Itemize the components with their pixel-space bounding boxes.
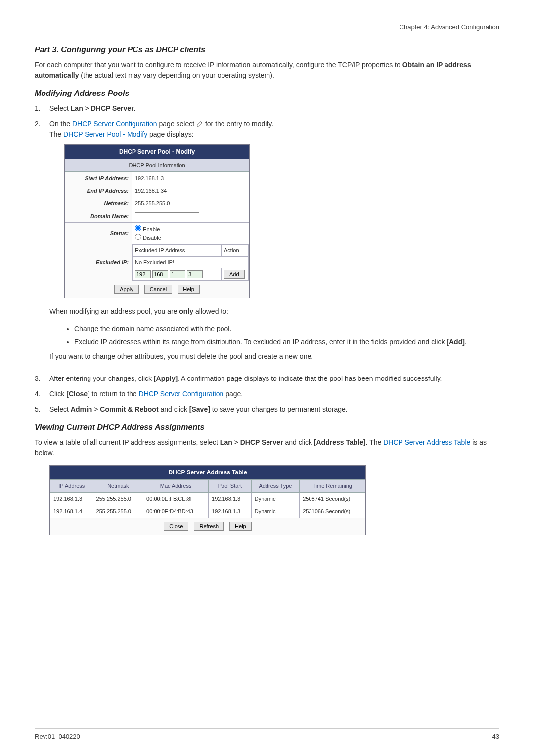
step5-a: Select	[49, 405, 71, 413]
step1-end: .	[134, 104, 136, 112]
add-cell: Add	[222, 268, 249, 281]
header-divider	[35, 20, 499, 20]
help-button[interactable]: Help	[229, 522, 252, 531]
viewing-intro: To view a table of all current IP addres…	[35, 437, 499, 458]
addr-hdr-mac: Mac Address	[143, 480, 209, 493]
addr-hdr-pool: Pool Start	[209, 480, 252, 493]
step3-a: After entering your changes, click	[49, 375, 154, 382]
step1-a: Select	[49, 104, 71, 112]
modify-table: Start IP Address: 192.168.1.3 End IP Add…	[65, 172, 249, 281]
step2-a: On the	[49, 120, 72, 128]
step-number: 5.	[35, 404, 49, 415]
step2-c: for the entry to modify.	[205, 120, 273, 128]
step-number: 3.	[35, 374, 49, 384]
step1-dhcp: DHCP Server	[91, 104, 134, 112]
addr-hdr-time: Time Remaining	[300, 480, 365, 493]
step1-gt: >	[83, 104, 91, 112]
step4-bold: [Close]	[66, 390, 89, 398]
cell-mac: 00:00:0E:D4:BD:43	[143, 505, 209, 518]
viewing-bold3: [Address Table]	[314, 438, 366, 446]
addr-hdr-netmask: Netmask	[93, 480, 143, 493]
add-button[interactable]: Add	[224, 270, 245, 279]
step4-link: DHCP Server Configuration	[139, 390, 224, 398]
status-enable-text: Enable	[143, 226, 160, 232]
domain-label: Domain Name:	[65, 210, 132, 223]
cell-ip: 192.168.1.3	[50, 492, 93, 505]
cancel-button[interactable]: Cancel	[144, 285, 172, 294]
start-ip-label: Start IP Address:	[65, 172, 132, 185]
part3-intro-b: (the actual text may vary depending on y…	[79, 71, 274, 79]
oct2-input[interactable]	[152, 270, 168, 278]
step5-gt: >	[92, 405, 100, 413]
part3-intro: For each computer that you want to confi…	[35, 60, 499, 81]
addr-table: IP Address Netmask Mac Address Pool Star…	[50, 479, 365, 518]
modify-notes-after: If you want to change other attributes, …	[49, 351, 499, 362]
cell-type: Dynamic	[251, 505, 299, 518]
table-row: 192.168.1.3 255.255.255.0 00:00:0E:FB:CE…	[50, 492, 365, 505]
chapter-header: Chapter 4: Advanced Configuration	[35, 22, 499, 32]
viewing-b: and click	[283, 438, 314, 446]
refresh-button[interactable]: Refresh	[194, 522, 224, 531]
bullet2-bold: [Add]	[446, 338, 465, 346]
step-number: 1.	[35, 103, 49, 114]
status-disable-label[interactable]: Disable	[135, 235, 161, 241]
step4-a: Click	[49, 390, 66, 398]
cell-time: 2531066 Second(s)	[300, 505, 365, 518]
step5-b: and click	[159, 405, 189, 413]
viewing-a: To view a table of all current IP addres…	[35, 438, 220, 446]
addr-panel-title: DHCP Server Address Table	[50, 466, 365, 479]
oct4-input[interactable]	[187, 270, 203, 278]
status-enable-radio[interactable]	[135, 225, 141, 231]
excluded-col2: Action	[222, 245, 249, 257]
excluded-none: No Excluded IP!	[133, 256, 249, 268]
addr-buttons: Close Refresh Help	[50, 518, 365, 535]
close-button[interactable]: Close	[164, 522, 188, 531]
excluded-cell: Excluded IP Address Action No Excluded I…	[132, 244, 249, 281]
start-ip-val: 192.168.1.3	[132, 172, 249, 185]
modify-panel: DHCP Server Pool - Modify DHCP Pool Info…	[64, 144, 250, 299]
step5-c: to save your changes to permanent storag…	[210, 405, 348, 413]
step3-b: . A confirmation page displays to indica…	[178, 375, 442, 382]
viewing-gt: >	[232, 438, 240, 446]
step3-content: After entering your changes, click [Appl…	[49, 374, 499, 384]
excluded-ip-inputs	[133, 268, 222, 281]
step2-content: On the DHCP Server Configuration page se…	[49, 119, 499, 369]
modify-notes-a: When modifying an address pool, you are	[49, 307, 179, 315]
viewing-bold2: DHCP Server	[240, 438, 283, 446]
oct3-input[interactable]	[170, 270, 185, 278]
cell-ip: 192.168.1.4	[50, 505, 93, 518]
apply-button[interactable]: Apply	[114, 285, 139, 294]
step2-d: The	[49, 130, 63, 138]
step5-bold2: Commit & Reboot	[100, 405, 158, 413]
viewing-bold1: Lan	[220, 438, 232, 446]
viewing-c: . The	[366, 438, 384, 446]
domain-input[interactable]	[135, 212, 199, 220]
step1-lan: Lan	[71, 104, 83, 112]
part3-intro-a: For each computer that you want to confi…	[35, 61, 402, 69]
status-cell: Enable Disable	[132, 223, 249, 244]
modify-notes-intro: When modifying an address pool, you are …	[49, 306, 499, 317]
step5-bold3: [Save]	[189, 405, 210, 413]
status-enable-label[interactable]: Enable	[135, 226, 160, 232]
table-row: 192.168.1.4 255.255.255.0 00:00:0E:D4:BD…	[50, 505, 365, 518]
oct1-input[interactable]	[135, 270, 151, 278]
end-ip-val: 192.168.1.34	[132, 185, 249, 197]
step-number: 2.	[35, 119, 49, 369]
addr-hdr-type: Address Type	[251, 480, 299, 493]
step4-content: Click [Close] to return to the DHCP Serv…	[49, 389, 499, 399]
pencil-icon	[196, 120, 203, 127]
netmask-label: Netmask:	[65, 197, 132, 210]
status-disable-radio[interactable]	[135, 234, 141, 240]
bullet1: Change the domain name associated with t…	[74, 324, 499, 334]
step2-b: page select	[157, 120, 196, 128]
cell-pool: 192.168.1.3	[209, 505, 252, 518]
step5-content: Select Admin > Commit & Reboot and click…	[49, 404, 499, 415]
modify-panel-title: DHCP Server Pool - Modify	[65, 145, 249, 159]
status-label: Status:	[65, 223, 132, 244]
modify-notes-bold: only	[179, 307, 193, 315]
domain-input-cell	[132, 210, 249, 223]
modify-title: Modifying Address Pools	[35, 88, 499, 99]
excluded-col1: Excluded IP Address	[133, 245, 222, 257]
bullet2: Exclude IP addresses within its range fr…	[74, 337, 499, 347]
help-button[interactable]: Help	[178, 285, 200, 294]
